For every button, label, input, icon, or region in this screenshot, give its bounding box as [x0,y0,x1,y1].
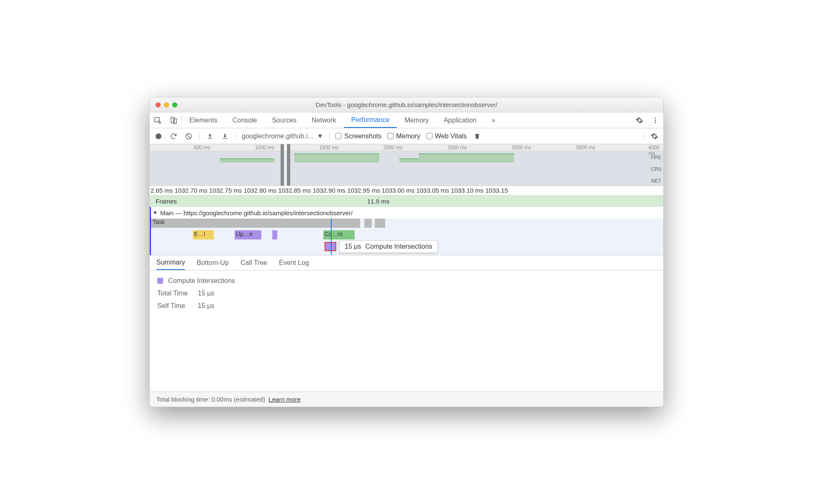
separator [199,132,199,140]
overview-dim-left [150,144,282,186]
svg-point-4 [655,120,656,121]
tooltip-duration: 15 µs [345,243,361,250]
window-title: DevTools - googlechrome.github.io/sample… [150,101,663,108]
self-time-value: 15 µs [198,302,214,310]
flame-chart[interactable]: Task E…l Up…e Co…rs 15 µs Compute Inters… [150,219,663,255]
devtools-window: DevTools - googlechrome.github.io/sample… [149,97,664,407]
main-thread-label: Main — https://googlechrome.github.io/sa… [160,209,353,216]
overview-handle-right[interactable] [287,144,290,186]
flame-tooltip: 15 µs Compute Intersections [339,240,438,253]
dropdown-icon: ▼ [317,132,323,140]
overview-handle-left[interactable] [281,144,284,186]
flame-task-segment[interactable] [364,219,372,228]
summary-panel: Compute Intersections Total Time 15 µs S… [150,270,663,392]
settings-gear-icon[interactable] [631,117,647,124]
upload-profile-button[interactable] [205,132,215,141]
flame-task-segment[interactable] [375,219,385,228]
tooltip-name: Compute Intersections [365,243,432,250]
panel-tabs: Elements Console Sources Network Perform… [150,112,663,128]
flame-event[interactable] [272,230,277,239]
separator [235,132,236,140]
garbage-collect-icon[interactable] [473,132,482,141]
tab-event-log[interactable]: Event Log [279,259,309,267]
tab-elements[interactable]: Elements [182,112,225,128]
zoom-window-button[interactable] [172,102,177,107]
frames-label: Frames [156,198,177,205]
screenshots-checkbox[interactable]: Screenshots [335,132,381,140]
profile-selector[interactable]: googlechrome.github.i… ▼ [242,132,323,140]
overview-pane[interactable]: 500 ms 1000 ms 1500 ms 2000 ms 2500 ms 3… [150,144,663,186]
download-profile-button[interactable] [220,132,230,141]
flame-event[interactable]: Up…e [235,230,261,239]
kebab-menu-icon[interactable] [647,117,663,124]
flame-event[interactable]: E…l [193,230,214,239]
tab-application[interactable]: Application [436,112,484,128]
reload-record-button[interactable] [169,132,178,141]
tab-performance[interactable]: Performance [344,112,397,128]
main-thread-header[interactable]: ▼ Main — https://googlechrome.github.io/… [150,207,663,219]
tabs-overflow[interactable]: » [484,112,503,128]
flame-task[interactable]: Task [151,219,360,228]
total-time-label: Total Time [157,290,193,297]
svg-point-5 [655,122,656,123]
collapse-arrow-icon[interactable]: ▼ [153,210,158,216]
clear-button[interactable] [184,132,193,141]
tab-network[interactable]: Network [304,112,344,128]
svg-point-3 [655,117,656,119]
profile-selector-label: googlechrome.github.i… [242,132,314,140]
tab-memory[interactable]: Memory [397,112,436,128]
frames-track[interactable]: Frames 11.9 ms [150,195,663,207]
frame-duration: 11.9 ms [367,198,389,205]
device-toggle-icon[interactable] [166,117,182,124]
webvitals-checkbox[interactable]: Web Vitals [426,132,467,140]
minimize-window-button[interactable] [164,102,169,107]
self-time-label: Self Time [157,302,193,310]
traffic-lights [156,102,177,107]
titlebar[interactable]: DevTools - googlechrome.github.io/sample… [150,97,663,112]
perf-toolbar: googlechrome.github.i… ▼ Screenshots Mem… [150,128,663,144]
detail-tabs: Summary Bottom-Up Call Tree Event Log [150,255,663,270]
detail-time-ruler[interactable]: 2.65 ms 1032.70 ms 1032.75 ms 1032.80 ms… [150,186,663,195]
close-window-button[interactable] [156,102,161,107]
total-time-value: 15 µs [198,290,214,297]
tab-sources[interactable]: Sources [264,112,304,128]
event-name: Compute Intersections [168,277,235,285]
learn-more-link[interactable]: Learn more [268,396,301,403]
footer-bar: Total blocking time: 0.00ms (estimated) … [150,392,663,407]
inspect-element-icon[interactable] [150,117,166,124]
tab-summary[interactable]: Summary [156,255,185,270]
separator [644,132,644,140]
flame-event-selected[interactable] [325,242,336,251]
event-color-swatch [157,278,163,284]
playhead-cursor[interactable] [331,219,332,255]
record-button[interactable] [154,132,163,141]
separator [329,132,330,140]
overview-dim-right [287,144,663,186]
flame-event[interactable]: Co…rs [323,230,355,239]
tbt-text: Total blocking time: 0.00ms (estimated) [156,396,265,403]
memory-checkbox[interactable]: Memory [387,132,420,140]
tab-console[interactable]: Console [225,112,265,128]
tab-call-tree[interactable]: Call Tree [240,259,267,267]
tab-bottom-up[interactable]: Bottom-Up [197,259,228,267]
capture-settings-icon[interactable] [650,132,659,141]
